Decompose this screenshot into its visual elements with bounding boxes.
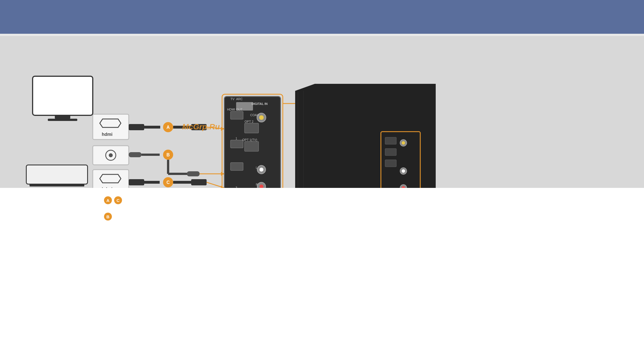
svg-point-78 <box>400 140 407 146</box>
svg-marker-8 <box>100 119 121 127</box>
svg-rect-50 <box>245 123 259 133</box>
label-b-circle: B <box>104 213 112 221</box>
ac-label-row: A C <box>17 196 627 204</box>
svg-point-11 <box>106 150 116 160</box>
top-banner <box>0 0 644 34</box>
svg-rect-6 <box>30 184 84 186</box>
svg-rect-76 <box>385 149 396 156</box>
svg-marker-40 <box>221 186 224 188</box>
svg-rect-33 <box>129 179 144 185</box>
svg-text:OPT 1(TV): OPT 1(TV) <box>242 138 257 141</box>
svg-point-62 <box>257 182 266 188</box>
svg-point-81 <box>402 169 405 173</box>
svg-text:B: B <box>166 152 170 157</box>
svg-point-79 <box>402 141 405 145</box>
svg-rect-2 <box>55 115 70 119</box>
svg-line-39 <box>207 182 224 188</box>
svg-rect-10 <box>93 146 129 165</box>
svg-text:hdmi: hdmi <box>102 132 112 137</box>
svg-point-59 <box>257 165 266 174</box>
svg-line-22 <box>207 127 224 129</box>
svg-rect-13 <box>93 170 129 188</box>
svg-point-60 <box>259 168 263 172</box>
main-content: hdmi hdmi A B <box>0 36 644 188</box>
svg-rect-5 <box>27 165 87 184</box>
svg-text:L: L <box>256 166 257 169</box>
svg-rect-3 <box>48 119 77 121</box>
svg-text:COAX: COAX <box>250 113 259 117</box>
svg-text:OPT 2: OPT 2 <box>245 120 254 123</box>
svg-text:HDMI OUT: HDMI OUT <box>227 108 243 111</box>
svg-rect-43 <box>236 102 253 111</box>
label-c-circle: C <box>114 196 122 204</box>
svg-rect-38 <box>191 179 207 185</box>
svg-text:McGrp.Ru: McGrp.Ru <box>182 122 220 131</box>
svg-text:ARC: ARC <box>236 97 243 101</box>
svg-point-82 <box>400 185 407 188</box>
svg-point-18 <box>163 122 173 132</box>
svg-text:DIGITAL IN: DIGITAL IN <box>252 102 268 105</box>
svg-marker-32 <box>221 172 224 176</box>
svg-text:1: 1 <box>236 137 237 140</box>
svg-rect-77 <box>385 160 396 167</box>
svg-rect-7 <box>93 114 129 140</box>
svg-rect-53 <box>231 111 243 119</box>
svg-text:TV: TV <box>231 97 235 101</box>
svg-rect-1 <box>33 77 92 115</box>
b-label-row: B <box>17 213 627 221</box>
separator <box>0 34 644 36</box>
svg-marker-71 <box>295 84 436 188</box>
svg-point-80 <box>400 168 407 174</box>
svg-rect-4 <box>27 165 87 184</box>
label-a-circle: A <box>104 196 112 204</box>
svg-text:R: R <box>256 183 258 186</box>
svg-text:A: A <box>166 125 170 130</box>
svg-marker-14 <box>100 174 121 183</box>
diagram-svg: hdmi hdmi A B <box>0 36 644 188</box>
svg-rect-41 <box>224 96 281 188</box>
svg-point-47 <box>257 113 266 122</box>
svg-text:C: C <box>166 180 170 185</box>
svg-marker-23 <box>221 127 224 131</box>
svg-rect-30 <box>187 171 200 176</box>
svg-rect-74 <box>381 132 420 188</box>
bottom-area: A C B <box>0 188 644 229</box>
svg-point-48 <box>259 115 264 120</box>
svg-point-12 <box>109 153 113 157</box>
svg-point-35 <box>163 177 173 187</box>
svg-rect-16 <box>129 124 144 130</box>
svg-rect-54 <box>231 140 243 148</box>
svg-point-63 <box>259 185 263 188</box>
svg-rect-42 <box>222 94 283 188</box>
svg-rect-0 <box>33 77 92 115</box>
svg-rect-56 <box>245 141 259 151</box>
svg-rect-58 <box>231 163 243 170</box>
svg-point-26 <box>163 150 173 160</box>
svg-rect-24 <box>129 152 141 157</box>
svg-rect-75 <box>385 137 396 144</box>
svg-rect-21 <box>191 124 207 130</box>
